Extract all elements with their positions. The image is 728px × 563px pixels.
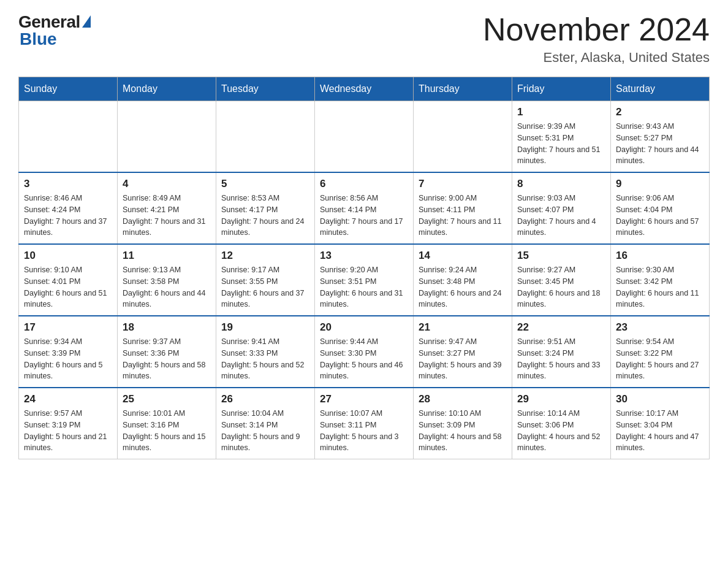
day-number: 27 [320, 393, 408, 405]
calendar-cell: 10Sunrise: 9:10 AM Sunset: 4:01 PM Dayli… [19, 244, 118, 316]
day-number: 2 [616, 106, 704, 118]
day-info: Sunrise: 9:13 AM Sunset: 3:58 PM Dayligh… [123, 264, 211, 310]
calendar-cell: 30Sunrise: 10:17 AM Sunset: 3:04 PM Dayl… [611, 388, 710, 459]
logo-triangle-icon [82, 15, 91, 28]
day-info: Sunrise: 9:20 AM Sunset: 3:51 PM Dayligh… [320, 264, 408, 310]
day-info: Sunrise: 8:53 AM Sunset: 4:17 PM Dayligh… [221, 193, 309, 239]
calendar-cell [414, 101, 512, 173]
month-title: November 2024 [483, 12, 710, 47]
day-info: Sunrise: 10:04 AM Sunset: 3:14 PM Daylig… [221, 408, 309, 454]
calendar-cell: 12Sunrise: 9:17 AM Sunset: 3:55 PM Dayli… [216, 244, 315, 316]
day-info: Sunrise: 9:00 AM Sunset: 4:11 PM Dayligh… [419, 193, 507, 239]
day-info: Sunrise: 9:54 AM Sunset: 3:22 PM Dayligh… [616, 336, 704, 382]
day-number: 4 [123, 178, 211, 190]
calendar-cell: 23Sunrise: 9:54 AM Sunset: 3:22 PM Dayli… [611, 316, 710, 388]
calendar-cell: 16Sunrise: 9:30 AM Sunset: 3:42 PM Dayli… [611, 244, 710, 316]
day-info: Sunrise: 9:10 AM Sunset: 4:01 PM Dayligh… [24, 264, 112, 310]
calendar-cell [216, 101, 315, 173]
calendar-cell: 4Sunrise: 8:49 AM Sunset: 4:21 PM Daylig… [118, 172, 216, 244]
day-number: 19 [221, 321, 309, 334]
day-number: 15 [517, 250, 605, 262]
day-info: Sunrise: 8:49 AM Sunset: 4:21 PM Dayligh… [123, 193, 211, 239]
calendar-cell: 13Sunrise: 9:20 AM Sunset: 3:51 PM Dayli… [315, 244, 414, 316]
calendar-cell [118, 101, 216, 173]
calendar-cell: 21Sunrise: 9:47 AM Sunset: 3:27 PM Dayli… [414, 316, 512, 388]
day-info: Sunrise: 9:39 AM Sunset: 5:31 PM Dayligh… [517, 121, 605, 167]
day-info: Sunrise: 9:41 AM Sunset: 3:33 PM Dayligh… [221, 336, 309, 382]
day-number: 14 [419, 250, 507, 262]
day-number: 20 [320, 321, 408, 334]
day-number: 28 [419, 393, 507, 405]
day-info: Sunrise: 8:46 AM Sunset: 4:24 PM Dayligh… [24, 193, 112, 239]
logo: General Blue [18, 12, 91, 49]
day-info: Sunrise: 9:57 AM Sunset: 3:19 PM Dayligh… [24, 408, 112, 454]
day-number: 26 [221, 393, 309, 405]
day-info: Sunrise: 10:10 AM Sunset: 3:09 PM Daylig… [419, 408, 507, 454]
day-info: Sunrise: 9:17 AM Sunset: 3:55 PM Dayligh… [221, 264, 309, 310]
day-info: Sunrise: 10:14 AM Sunset: 3:06 PM Daylig… [517, 408, 605, 454]
calendar-header-sunday: Sunday [19, 77, 118, 101]
calendar-cell: 14Sunrise: 9:24 AM Sunset: 3:48 PM Dayli… [414, 244, 512, 316]
day-info: Sunrise: 9:43 AM Sunset: 5:27 PM Dayligh… [616, 121, 704, 167]
day-number: 1 [517, 106, 605, 118]
day-info: Sunrise: 10:07 AM Sunset: 3:11 PM Daylig… [320, 408, 408, 454]
calendar-cell: 20Sunrise: 9:44 AM Sunset: 3:30 PM Dayli… [315, 316, 414, 388]
calendar-cell: 6Sunrise: 8:56 AM Sunset: 4:14 PM Daylig… [315, 172, 414, 244]
calendar-cell: 8Sunrise: 9:03 AM Sunset: 4:07 PM Daylig… [512, 172, 611, 244]
calendar-cell [315, 101, 414, 173]
day-number: 30 [616, 393, 704, 405]
day-info: Sunrise: 9:47 AM Sunset: 3:27 PM Dayligh… [419, 336, 507, 382]
calendar-header-thursday: Thursday [414, 77, 512, 101]
calendar-cell: 7Sunrise: 9:00 AM Sunset: 4:11 PM Daylig… [414, 172, 512, 244]
day-number: 25 [123, 393, 211, 405]
day-info: Sunrise: 9:06 AM Sunset: 4:04 PM Dayligh… [616, 193, 704, 239]
day-number: 18 [123, 321, 211, 334]
header-right: November 2024 Ester, Alaska, United Stat… [483, 12, 710, 66]
day-info: Sunrise: 8:56 AM Sunset: 4:14 PM Dayligh… [320, 193, 408, 239]
day-info: Sunrise: 9:37 AM Sunset: 3:36 PM Dayligh… [123, 336, 211, 382]
calendar-cell: 22Sunrise: 9:51 AM Sunset: 3:24 PM Dayli… [512, 316, 611, 388]
calendar-cell: 15Sunrise: 9:27 AM Sunset: 3:45 PM Dayli… [512, 244, 611, 316]
calendar-cell: 18Sunrise: 9:37 AM Sunset: 3:36 PM Dayli… [118, 316, 216, 388]
day-info: Sunrise: 10:01 AM Sunset: 3:16 PM Daylig… [123, 408, 211, 454]
calendar-week-row-4: 17Sunrise: 9:34 AM Sunset: 3:39 PM Dayli… [19, 316, 710, 388]
day-info: Sunrise: 9:24 AM Sunset: 3:48 PM Dayligh… [419, 264, 507, 310]
calendar-table: SundayMondayTuesdayWednesdayThursdayFrid… [18, 77, 710, 459]
calendar-cell [19, 101, 118, 173]
calendar-week-row-2: 3Sunrise: 8:46 AM Sunset: 4:24 PM Daylig… [19, 172, 710, 244]
day-number: 10 [24, 250, 112, 262]
day-info: Sunrise: 10:17 AM Sunset: 3:04 PM Daylig… [616, 408, 704, 454]
calendar-cell: 28Sunrise: 10:10 AM Sunset: 3:09 PM Dayl… [414, 388, 512, 459]
page-header: General Blue November 2024 Ester, Alaska… [18, 12, 710, 66]
calendar-cell: 5Sunrise: 8:53 AM Sunset: 4:17 PM Daylig… [216, 172, 315, 244]
day-info: Sunrise: 9:51 AM Sunset: 3:24 PM Dayligh… [517, 336, 605, 382]
day-number: 6 [320, 178, 408, 190]
calendar-cell: 24Sunrise: 9:57 AM Sunset: 3:19 PM Dayli… [19, 388, 118, 459]
day-number: 21 [419, 321, 507, 334]
day-number: 9 [616, 178, 704, 190]
day-number: 16 [616, 250, 704, 262]
calendar-header-row: SundayMondayTuesdayWednesdayThursdayFrid… [19, 77, 710, 101]
day-number: 8 [517, 178, 605, 190]
day-number: 29 [517, 393, 605, 405]
calendar-header-wednesday: Wednesday [315, 77, 414, 101]
day-number: 22 [517, 321, 605, 334]
day-number: 5 [221, 178, 309, 190]
calendar-cell: 29Sunrise: 10:14 AM Sunset: 3:06 PM Dayl… [512, 388, 611, 459]
calendar-cell: 19Sunrise: 9:41 AM Sunset: 3:33 PM Dayli… [216, 316, 315, 388]
calendar-header-saturday: Saturday [611, 77, 710, 101]
day-number: 17 [24, 321, 112, 334]
day-number: 7 [419, 178, 507, 190]
calendar-cell: 25Sunrise: 10:01 AM Sunset: 3:16 PM Dayl… [118, 388, 216, 459]
calendar-cell: 9Sunrise: 9:06 AM Sunset: 4:04 PM Daylig… [611, 172, 710, 244]
calendar-header-friday: Friday [512, 77, 611, 101]
calendar-cell: 3Sunrise: 8:46 AM Sunset: 4:24 PM Daylig… [19, 172, 118, 244]
calendar-week-row-1: 1Sunrise: 9:39 AM Sunset: 5:31 PM Daylig… [19, 101, 710, 173]
calendar-week-row-3: 10Sunrise: 9:10 AM Sunset: 4:01 PM Dayli… [19, 244, 710, 316]
day-info: Sunrise: 9:44 AM Sunset: 3:30 PM Dayligh… [320, 336, 408, 382]
calendar-week-row-5: 24Sunrise: 9:57 AM Sunset: 3:19 PM Dayli… [19, 388, 710, 459]
calendar-cell: 17Sunrise: 9:34 AM Sunset: 3:39 PM Dayli… [19, 316, 118, 388]
day-info: Sunrise: 9:34 AM Sunset: 3:39 PM Dayligh… [24, 336, 112, 382]
calendar-header-monday: Monday [118, 77, 216, 101]
day-info: Sunrise: 9:27 AM Sunset: 3:45 PM Dayligh… [517, 264, 605, 310]
